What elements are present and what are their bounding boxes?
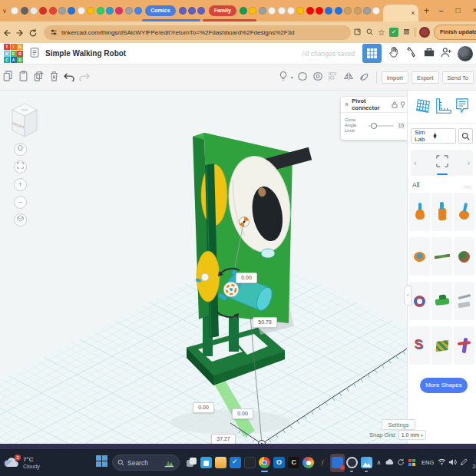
onedrive-icon[interactable] (385, 459, 395, 467)
mirror-icon[interactable] (341, 71, 356, 84)
site-info-icon[interactable] (50, 28, 58, 36)
pivot-hub[interactable] (240, 217, 250, 227)
panel-collapse-handle[interactable]: ‹ (404, 286, 412, 306)
family-tab-11[interactable] (335, 7, 342, 15)
send-to-button[interactable]: Send To (442, 71, 474, 84)
family-tab-4[interactable] (268, 7, 276, 15)
taskbar-predator-app[interactable] (243, 454, 257, 472)
weather-widget[interactable]: 2 7°C Cloudy (4, 456, 94, 470)
paste-icon[interactable] (15, 71, 31, 84)
language-indicator[interactable]: ENG (421, 459, 434, 466)
tab-search-icon[interactable]: ∨ (2, 8, 10, 15)
invite-person-icon[interactable] (440, 47, 453, 61)
family-tab-3[interactable] (259, 7, 266, 15)
tab-group-family[interactable]: Family (209, 5, 236, 16)
url-bar[interactable]: tinkercad.com/things/dSAlcWYfFPe/edit?re… (44, 25, 351, 40)
family-tab-6[interactable] (287, 7, 295, 15)
pinned-tab-7[interactable] (68, 7, 75, 15)
viewcube-top-label[interactable]: TOP (21, 108, 28, 112)
perspective-toggle-button[interactable] (14, 213, 27, 226)
zoom-out-button[interactable]: − (14, 196, 27, 209)
zoom-icon[interactable] (363, 25, 375, 39)
pinned-tab-11[interactable] (106, 7, 114, 15)
active-tab[interactable]: × (383, 5, 418, 21)
pinned-tab-9[interactable] (87, 7, 94, 15)
family-tab-13[interactable] (354, 7, 362, 15)
shapes-search-button[interactable] (458, 128, 473, 144)
redo-icon[interactable] (77, 71, 92, 84)
finish-update-button[interactable]: Finish update ⋮ (434, 25, 476, 40)
taskbar-microsoft-store[interactable] (199, 454, 213, 472)
more-shapes-button[interactable]: More Shapes (420, 378, 468, 393)
tools-icon[interactable] (405, 46, 418, 61)
3d-viewport[interactable]: TOP FRONT + − (0, 91, 407, 444)
family-tab-15[interactable] (372, 7, 380, 15)
copy-icon[interactable] (0, 71, 15, 84)
pinned-tab-12[interactable] (115, 7, 123, 15)
pinned-tab-6[interactable] (58, 7, 66, 15)
slider-thumb[interactable] (371, 123, 377, 129)
teams-icon[interactable] (408, 459, 416, 467)
delete-icon[interactable] (46, 71, 61, 84)
minimize-button[interactable]: – (432, 0, 449, 21)
taskbar-clock[interactable]: 3:24 AM 26-Jan-25 (472, 456, 476, 470)
lock-icon[interactable] (392, 98, 398, 111)
tray-chevron-icon[interactable]: ∧ (374, 459, 384, 466)
section-overflow-icon[interactable]: … (464, 181, 471, 189)
notes-tool-icon[interactable] (455, 97, 470, 118)
fit-view-button[interactable] (14, 160, 27, 174)
taskbar-mail[interactable] (330, 454, 345, 472)
shape-tile-s-curve[interactable] (409, 326, 430, 365)
taskbar-settings[interactable] (345, 454, 359, 472)
pinned-tab-2[interactable] (21, 7, 28, 15)
3d-canvas[interactable] (0, 91, 407, 444)
group-icon[interactable] (295, 71, 310, 84)
sync-icon[interactable] (395, 458, 405, 468)
close-button[interactable]: × (466, 0, 476, 21)
new-tab-button[interactable]: + (420, 5, 432, 16)
bookmark-star-icon[interactable]: ☆ (375, 28, 388, 38)
taskbar-outlook[interactable] (272, 454, 286, 472)
shapes-category-select[interactable]: Sim Lab ▴▾ (411, 128, 456, 144)
shape-tile-connector-c[interactable] (454, 193, 474, 231)
pinned-tab-8[interactable] (78, 7, 85, 15)
pinned-tab-14[interactable] (134, 7, 142, 15)
carousel-right-icon[interactable]: › (468, 159, 470, 167)
taskbar-chrome[interactable] (257, 454, 272, 472)
extensions-icon[interactable] (400, 25, 412, 39)
taskbar-photos[interactable] (301, 454, 316, 472)
width-label[interactable]: 37.27 (211, 434, 236, 445)
export-button[interactable]: Export (412, 71, 439, 84)
workplane-tool-icon[interactable] (414, 97, 432, 118)
height-upper-label[interactable]: 50.79 (253, 317, 277, 328)
reload-icon[interactable] (26, 25, 39, 39)
height-mid-label[interactable]: 0.00 (232, 408, 253, 419)
taskbar-media-app[interactable] (359, 454, 374, 472)
apps-grid-button[interactable] (362, 44, 382, 63)
extension-check-icon[interactable]: ✓ (389, 28, 398, 37)
forward-icon[interactable] (13, 25, 26, 39)
shape-tile-ball[interactable] (454, 237, 474, 276)
wifi-icon[interactable] (437, 458, 447, 467)
home-view-button[interactable] (14, 143, 27, 156)
user-avatar[interactable] (458, 46, 473, 61)
tinkercad-logo[interactable]: TINKERCAD (4, 44, 23, 63)
pinned-tab-13[interactable] (125, 7, 133, 15)
pinned-tab-10[interactable] (97, 7, 104, 15)
collapse-chevron-icon[interactable]: ∧ (345, 101, 349, 107)
shape-tile-parts[interactable] (454, 282, 474, 320)
pinned-tab-1[interactable] (11, 7, 18, 15)
design-title[interactable]: Simple Walking Robot (45, 49, 126, 58)
taskbar-file-explorer[interactable] (213, 454, 228, 472)
family-tab-10[interactable] (325, 7, 332, 15)
comics-tab-2[interactable] (188, 7, 196, 15)
carousel-left-icon[interactable]: ‹ (414, 159, 416, 167)
shape-tile-connector-b[interactable] (431, 193, 452, 231)
ruler-tool-icon[interactable] (435, 97, 453, 118)
zoom-in-button[interactable]: + (14, 178, 27, 191)
shape-tile-ring[interactable] (409, 282, 430, 320)
family-tab-12[interactable] (344, 7, 352, 15)
snap-grid-select[interactable]: 1.0 mm ▾ (398, 430, 426, 440)
taskbar-task-view[interactable] (184, 454, 199, 472)
volume-icon[interactable] (448, 458, 458, 468)
